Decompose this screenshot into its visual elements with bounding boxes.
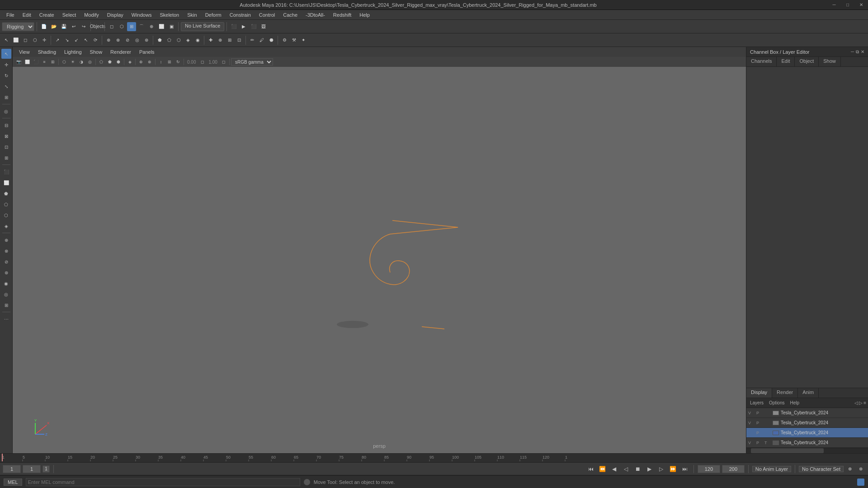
menu-create[interactable]: Create: [36, 11, 58, 19]
lt-snap-btn[interactable]: ⊠: [1, 131, 11, 141]
layer-scrollbar[interactable]: [746, 448, 868, 453]
vp-menu-view[interactable]: View: [15, 48, 33, 56]
snap-point-btn[interactable]: ⊕: [147, 22, 156, 31]
misc-btn-1[interactable]: ⊞: [225, 36, 234, 45]
menu-modify[interactable]: Modify: [80, 11, 102, 19]
objects-btn[interactable]: Objects: [93, 22, 102, 31]
lt-misc2-btn[interactable]: ⊗: [1, 246, 11, 256]
render-settings-btn[interactable]: ⬛: [229, 22, 238, 31]
menu-control[interactable]: Control: [255, 11, 278, 19]
tab-display[interactable]: Display: [746, 388, 772, 398]
lt-misc1-btn[interactable]: ⊕: [1, 235, 11, 245]
go-start-btn[interactable]: ⏮: [586, 464, 596, 474]
skin-btn-2[interactable]: ⬠: [165, 36, 174, 45]
redo-btn[interactable]: ↪: [79, 22, 88, 31]
vp-menu-lighting[interactable]: Lighting: [61, 48, 85, 56]
skin-btn-4[interactable]: ◈: [184, 36, 193, 45]
tab-edit[interactable]: Edit: [777, 57, 795, 66]
tab-channels[interactable]: Channels: [746, 57, 777, 66]
close-button[interactable]: ✕: [854, 0, 868, 10]
lt-display1-btn[interactable]: ⬛: [1, 167, 11, 177]
lt-soft-btn[interactable]: ◎: [1, 106, 11, 116]
menu-cache[interactable]: Cache: [279, 11, 301, 19]
rigging-btn-2[interactable]: ⚒: [289, 36, 298, 45]
vpt-light-btn[interactable]: ☀: [69, 58, 77, 66]
start-frame-input[interactable]: [23, 465, 41, 473]
stop-btn[interactable]: ⏹: [633, 464, 643, 474]
vpt-shaded2-btn[interactable]: ⬢: [114, 58, 123, 66]
rp-minimize-btn[interactable]: ─: [851, 49, 854, 55]
help-menu-btn[interactable]: Help: [788, 400, 801, 406]
lt-misc5-btn[interactable]: ◉: [1, 278, 11, 288]
marquee-btn[interactable]: ⬜: [11, 36, 20, 45]
gamma-select[interactable]: sRGB gamma: [231, 58, 273, 66]
skin-btn-5[interactable]: ◉: [193, 36, 202, 45]
tab-anim[interactable]: Anim: [798, 388, 819, 398]
skin-btn-3[interactable]: ⬡: [174, 36, 183, 45]
undo-btn[interactable]: ↩: [69, 22, 78, 31]
arrow-btn-4[interactable]: ↖: [81, 36, 90, 45]
layer-scroll-right-btn[interactable]: ▷: [859, 400, 863, 405]
lt-more-btn[interactable]: ⋯: [1, 314, 11, 324]
rp-float-btn[interactable]: ⧉: [856, 49, 859, 55]
menu-constrain[interactable]: Constrain: [226, 11, 255, 19]
save-scene-btn[interactable]: 💾: [59, 22, 68, 31]
vp-menu-renderer[interactable]: Renderer: [107, 48, 135, 56]
lt-select-btn[interactable]: ↖: [1, 49, 11, 59]
vpt-camera-btn[interactable]: 📷: [14, 58, 23, 66]
ipr-btn[interactable]: ⬛: [249, 22, 258, 31]
vpt-val2-btn[interactable]: ◻: [220, 58, 228, 66]
lt-display6-btn[interactable]: ◈: [1, 221, 11, 231]
vpt-shaded-btn[interactable]: ⬟: [106, 58, 114, 66]
menu-select[interactable]: Select: [59, 11, 80, 19]
lasso-btn[interactable]: ⬡: [117, 22, 126, 31]
vpt-playblast-btn[interactable]: ⊕: [137, 58, 145, 66]
menu-windows[interactable]: Windows: [128, 11, 156, 19]
vpt-pan-btn[interactable]: ↕: [157, 58, 165, 66]
layer-row-selected[interactable]: P Tesla_Cybertruck_2024: [746, 428, 868, 438]
vpt-orbit-btn[interactable]: ↻: [174, 58, 182, 66]
options-menu-btn[interactable]: Options: [767, 400, 786, 406]
render-btn[interactable]: ▶: [239, 22, 248, 31]
step-fwd-btn[interactable]: ▷: [656, 464, 666, 474]
lt-misc6-btn[interactable]: ◎: [1, 289, 11, 299]
lt-display4-btn[interactable]: ⬠: [1, 199, 11, 209]
vpt-hud-btn[interactable]: ⊞: [49, 58, 57, 66]
arrow-btn-5[interactable]: ⟳: [91, 36, 100, 45]
current-frame-input[interactable]: [3, 465, 21, 473]
snap-grid-btn[interactable]: ⊞: [127, 22, 136, 31]
ik-btn-4[interactable]: ◎: [132, 36, 142, 45]
new-scene-btn[interactable]: 📄: [39, 22, 48, 31]
max-frame-input[interactable]: [722, 465, 745, 473]
menu-display[interactable]: Display: [104, 11, 127, 19]
live-surface-btn[interactable]: No Live Surface: [181, 22, 224, 31]
anim-layer-add-btn[interactable]: ⊕: [845, 465, 854, 474]
paint-select-btn[interactable]: ⬡: [30, 36, 39, 45]
menu-edit[interactable]: Edit: [19, 11, 35, 19]
rigging-btn-1[interactable]: ⚙: [280, 36, 289, 45]
brush-btn[interactable]: 🖊: [257, 36, 266, 45]
lt-snap2-btn[interactable]: ⊡: [1, 142, 11, 152]
add-rotate-btn[interactable]: ⊕: [216, 36, 225, 45]
open-scene-btn[interactable]: 📂: [49, 22, 58, 31]
vpt-gate-btn[interactable]: ⬜: [23, 58, 31, 66]
menu-3dtoall[interactable]: -3DtoAll-: [302, 11, 329, 19]
ik-btn-2[interactable]: ⊗: [113, 36, 123, 45]
vpt-zoom-btn[interactable]: ⊞: [165, 58, 174, 66]
tab-show[interactable]: Show: [819, 57, 841, 66]
lt-transform-btn[interactable]: ⊞: [1, 92, 11, 102]
layers-menu-btn[interactable]: Layers: [748, 400, 765, 406]
vpt-val1-btn[interactable]: ◻: [198, 58, 206, 66]
rigging-btn-3[interactable]: ✦: [299, 36, 308, 45]
vp-menu-shading[interactable]: Shading: [34, 48, 60, 56]
menu-redshift[interactable]: Redshift: [330, 11, 355, 19]
char-set-btn[interactable]: ⊗: [856, 465, 865, 474]
menu-deform[interactable]: Deform: [202, 11, 225, 19]
go-end-btn[interactable]: ⏭: [680, 464, 690, 474]
ik-btn-1[interactable]: ⊕: [104, 36, 113, 45]
layer-row[interactable]: V P Tesla_Cybertruck_2024: [746, 418, 868, 428]
lt-display3-btn[interactable]: ⬟: [1, 188, 11, 198]
show-render-btn[interactable]: 🖼: [259, 22, 268, 31]
vpt-ao-btn[interactable]: ◎: [86, 58, 94, 66]
layer-menu-btn[interactable]: ≡: [863, 400, 866, 405]
